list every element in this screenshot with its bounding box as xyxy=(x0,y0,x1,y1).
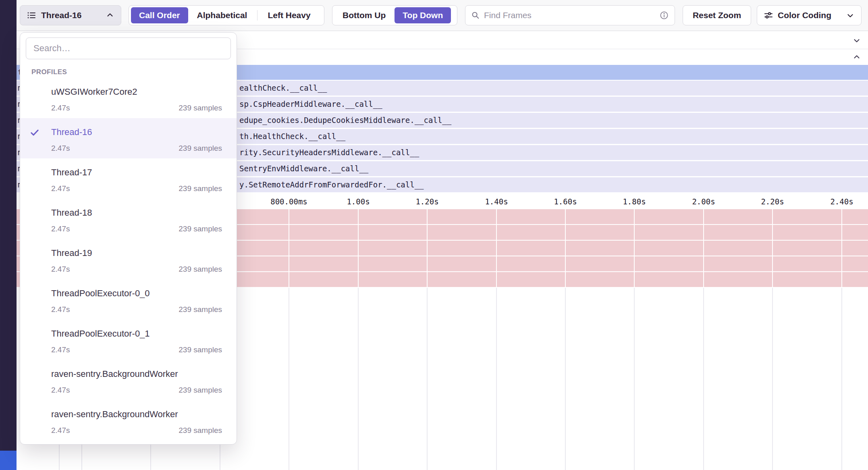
profile-name: uWSGIWorker7Core2 xyxy=(51,87,137,97)
search-icon xyxy=(471,11,480,20)
axis-tick: 1.40s xyxy=(485,197,508,206)
thread-selector-label: Thread-16 xyxy=(41,10,81,20)
profile-samples: 239 samples xyxy=(179,345,222,354)
color-coding-button[interactable]: Color Coding xyxy=(757,5,862,25)
info-icon xyxy=(659,10,669,20)
axis-tick: 2.40s xyxy=(830,197,853,206)
reset-zoom-button[interactable]: Reset Zoom xyxy=(683,5,751,25)
chevron-down-icon xyxy=(846,11,855,20)
frame-label: sp.CspHeaderMiddleware.__call__ xyxy=(239,100,382,108)
profile-samples: 239 samples xyxy=(179,386,222,395)
sort-order-segmented-control: Call Order Alphabetical Left Heavy xyxy=(129,5,324,25)
profile-samples: 239 samples xyxy=(179,184,222,193)
profile-samples: 239 samples xyxy=(179,104,222,112)
frame-label: SentryEnvMiddleware.__call__ xyxy=(239,164,368,173)
profile-duration: 2.47s xyxy=(51,265,70,274)
reset-zoom-label: Reset Zoom xyxy=(693,10,741,20)
profile-samples: 239 samples xyxy=(179,265,222,274)
profile-samples: 239 samples xyxy=(179,305,222,314)
axis-tick: 800.00ms xyxy=(270,197,307,206)
frame-label: ealthCheck.__call__ xyxy=(239,83,327,92)
axis-tick: 2.20s xyxy=(761,197,784,206)
find-frames-input[interactable] xyxy=(484,10,655,20)
profile-duration: 2.47s xyxy=(51,426,70,435)
profile-name: ThreadPoolExecutor-0_0 xyxy=(51,288,150,299)
color-coding-label: Color Coding xyxy=(778,10,831,20)
app-sidebar xyxy=(0,0,17,470)
profile-option[interactable]: raven-sentry.BackgroundWorker 2.47s 239 … xyxy=(20,360,237,400)
chevron-down-icon xyxy=(852,36,861,45)
axis-tick: 1.20s xyxy=(415,197,438,206)
profile-option[interactable]: Thread-17 2.47s 239 samples xyxy=(20,158,237,199)
frame-label: rity.SecurityHeadersMiddleware.__call__ xyxy=(239,148,419,157)
tab-top-down[interactable]: Top Down xyxy=(395,7,451,23)
profile-name: raven-sentry.BackgroundWorker xyxy=(51,409,178,420)
tab-call-order[interactable]: Call Order xyxy=(131,7,188,23)
profile-name: ThreadPoolExecutor-0_1 xyxy=(51,329,150,339)
profiles-section-label: PROFILES xyxy=(31,68,67,76)
profile-option[interactable]: Thread-19 2.47s 239 samples xyxy=(20,239,237,279)
profile-duration: 2.47s xyxy=(51,386,70,395)
profile-name: Thread-19 xyxy=(51,248,92,258)
axis-tick: 1.60s xyxy=(554,197,577,206)
profile-option[interactable]: uWSGIWorker7Core2 2.47s 239 samples xyxy=(20,78,237,118)
profile-samples: 239 samples xyxy=(179,426,222,435)
sliders-icon xyxy=(764,10,773,20)
minimap-toggle-button[interactable] xyxy=(851,35,862,46)
checkmark-icon xyxy=(29,127,40,138)
profile-name: raven-sentry.BackgroundWorker xyxy=(51,369,178,379)
profile-option[interactable]: ThreadPoolExecutor-0_0 2.47s 239 samples xyxy=(20,279,237,320)
tab-alphabetical[interactable]: Alphabetical xyxy=(189,7,255,23)
profile-duration: 2.47s xyxy=(51,184,70,193)
find-frames-search-box[interactable] xyxy=(465,5,675,25)
profile-samples: 239 samples xyxy=(179,225,222,233)
profiler-flamegraph-page: Thread-16 Call Order Alphabetical Left H… xyxy=(0,0,868,470)
chevron-up-icon xyxy=(852,53,861,62)
frame-label: edupe_cookies.DedupeCookiesMiddleware.__… xyxy=(239,116,451,125)
list-icon xyxy=(27,10,36,20)
thread-selector-dropdown: PROFILES uWSGIWorker7Core2 2.47s 239 sam… xyxy=(20,32,237,445)
direction-segmented-control: Bottom Up Top Down xyxy=(332,5,457,25)
tab-left-heavy[interactable]: Left Heavy xyxy=(260,7,318,23)
profile-option[interactable]: ThreadPoolExecutor-0_1 2.47s 239 samples xyxy=(20,320,237,360)
profile-option-selected[interactable]: Thread-16 2.47s 239 samples xyxy=(20,118,237,158)
dropdown-search-input[interactable] xyxy=(26,37,231,59)
frame-label: th.HealthCheck.__call__ xyxy=(239,132,345,141)
flamegraph-toggle-button[interactable] xyxy=(851,52,862,63)
tab-bottom-up[interactable]: Bottom Up xyxy=(334,7,394,23)
profile-name: Thread-17 xyxy=(51,167,92,178)
profile-name: Thread-16 xyxy=(51,127,92,137)
chevron-up-icon xyxy=(106,11,114,20)
profile-option[interactable]: Thread-18 2.47s 239 samples xyxy=(20,199,237,239)
profile-name: Thread-18 xyxy=(51,208,92,218)
profile-duration: 2.47s xyxy=(51,225,70,233)
profile-duration: 2.47s xyxy=(51,345,70,354)
profile-duration: 2.47s xyxy=(51,104,70,112)
profile-option[interactable]: raven-sentry.BackgroundWorker 2.47s 239 … xyxy=(20,400,237,441)
profile-duration: 2.47s xyxy=(51,144,70,153)
axis-tick: 2.00s xyxy=(692,197,715,206)
axis-tick: 1.00s xyxy=(347,197,370,206)
thread-selector-button[interactable]: Thread-16 xyxy=(20,5,121,25)
sidebar-active-item[interactable] xyxy=(0,451,17,470)
toolbar: Thread-16 Call Order Alphabetical Left H… xyxy=(17,0,868,31)
frame-label: y.SetRemoteAddrFromForwardedFor.__call__ xyxy=(239,180,424,189)
divider xyxy=(257,10,257,21)
profile-samples: 239 samples xyxy=(179,144,222,153)
axis-tick: 1.80s xyxy=(623,197,646,206)
profile-duration: 2.47s xyxy=(51,305,70,314)
